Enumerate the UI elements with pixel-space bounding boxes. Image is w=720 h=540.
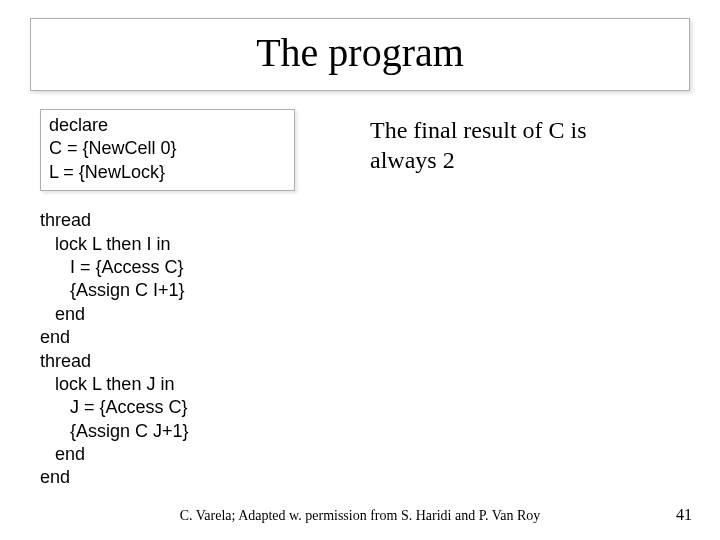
- code-line: {Assign C J+1}: [40, 420, 360, 443]
- code-line: end: [40, 466, 360, 489]
- right-column: The final result of C is always 2: [360, 109, 720, 490]
- code-line: thread: [40, 350, 360, 373]
- declare-line-3: L = {NewLock}: [49, 161, 286, 184]
- title-box: The program: [30, 18, 690, 91]
- declare-box: declare C = {NewCell 0} L = {NewLock}: [40, 109, 295, 191]
- code-line: end: [40, 303, 360, 326]
- code-line: J = {Access C}: [40, 396, 360, 419]
- result-line-2: always 2: [370, 145, 720, 175]
- content-row: declare C = {NewCell 0} L = {NewLock} th…: [0, 109, 720, 490]
- page-number: 41: [676, 506, 692, 524]
- left-column: declare C = {NewCell 0} L = {NewLock} th…: [0, 109, 360, 490]
- code-line: thread: [40, 209, 360, 232]
- code-line: end: [40, 326, 360, 349]
- code-block: thread lock L then I in I = {Access C} {…: [40, 209, 360, 490]
- code-line: lock L then I in: [40, 233, 360, 256]
- code-line: lock L then J in: [40, 373, 360, 396]
- slide-title: The program: [31, 29, 689, 76]
- code-line: end: [40, 443, 360, 466]
- declare-line-2: C = {NewCell 0}: [49, 137, 286, 160]
- declare-line-1: declare: [49, 114, 286, 137]
- result-line-1: The final result of C is: [370, 115, 720, 145]
- code-line: I = {Access C}: [40, 256, 360, 279]
- code-line: {Assign C I+1}: [40, 279, 360, 302]
- footer-credit: C. Varela; Adapted w. permission from S.…: [0, 508, 720, 524]
